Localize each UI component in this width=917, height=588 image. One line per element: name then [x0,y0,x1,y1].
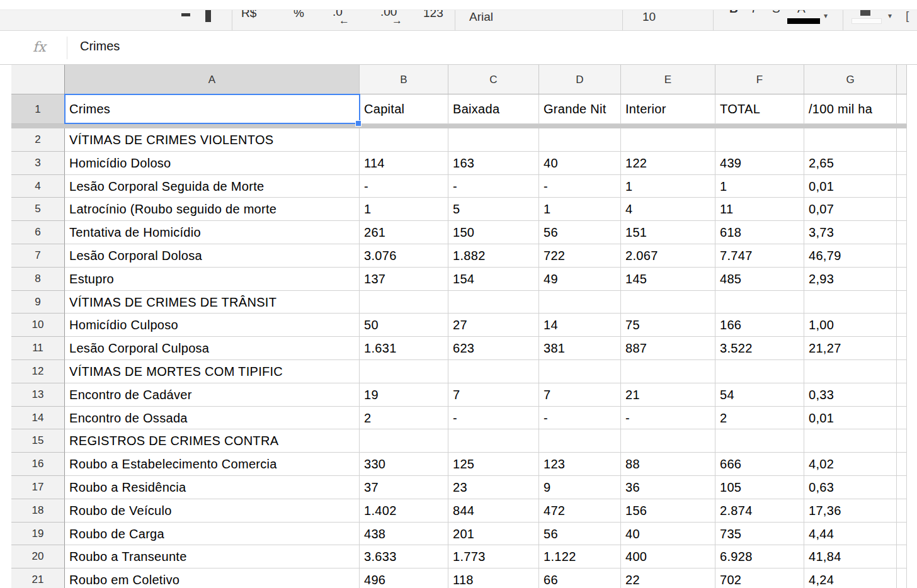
frozen-row-divider[interactable] [11,124,907,128]
cell[interactable]: VÍTIMAS DE MORTES COM TIPIFIC [65,360,360,383]
column-header-d[interactable]: D [539,65,621,94]
cell[interactable] [897,545,907,568]
cell[interactable]: 7.747 [715,244,804,268]
cell[interactable] [897,429,907,453]
number-format-button[interactable]: 123 [423,9,443,20]
row-header-7[interactable]: 7 [11,244,65,268]
cell[interactable]: 11 [715,198,804,221]
cell[interactable]: Latrocínio (Roubo seguido de morte [65,198,360,221]
row-header-9[interactable]: 9 [11,291,65,314]
row-header-13[interactable]: 13 [11,383,65,407]
cell[interactable] [897,268,907,291]
cell[interactable]: 7 [539,383,621,407]
row-header-11[interactable]: 11 [11,337,65,360]
font-size-dropdown[interactable]: 10 [642,10,656,24]
cell[interactable]: 1.773 [448,545,539,568]
cell[interactable]: Estupro [65,268,360,291]
cell[interactable]: 623 [448,337,539,360]
row-header-14[interactable]: 14 [11,407,65,430]
cell[interactable]: 4,02 [804,453,897,476]
column-header-e[interactable]: E [621,65,715,94]
cell[interactable]: REGISTROS DE CRIMES CONTRA [65,429,360,453]
cell[interactable]: 56 [539,523,621,546]
cell[interactable]: Encontro de Cadáver [65,383,360,407]
cell[interactable]: 330 [360,453,448,476]
cell[interactable]: 1 [621,175,715,198]
cell[interactable]: 1 [715,175,804,198]
cell[interactable]: Roubo de Veículo [65,499,360,523]
borders-button[interactable]: [ [906,9,909,23]
cell[interactable]: - [621,407,715,430]
cell[interactable] [360,429,448,453]
cell[interactable] [715,429,804,453]
cell[interactable]: 19 [360,383,448,407]
cell[interactable]: 472 [539,499,621,523]
cell[interactable] [897,476,907,499]
fill-handle[interactable] [355,120,362,127]
cell[interactable]: 118 [448,568,539,588]
cell[interactable]: Tentativa de Homicídio [65,221,360,244]
row-header-1[interactable]: 1 [11,94,65,124]
cell[interactable]: Encontro de Ossada [65,407,360,430]
cell[interactable]: 1.402 [360,499,448,523]
cell[interactable]: 3.522 [715,337,804,360]
cell[interactable]: 27 [448,314,539,337]
cell[interactable]: 7 [448,383,539,407]
cell[interactable] [715,128,804,152]
font-family-dropdown[interactable]: Arial [469,10,493,24]
cell[interactable] [804,128,897,152]
cell[interactable]: 49 [539,268,621,291]
cell[interactable]: 14 [539,314,621,337]
fill-color-icon[interactable] [860,9,870,16]
cell[interactable]: 2,93 [804,268,897,291]
cell[interactable] [621,128,715,152]
cell[interactable]: 125 [448,453,539,476]
cell[interactable]: Lesão Corporal Seguida de Morte [65,175,360,198]
cell[interactable]: 2.067 [621,244,715,268]
cell[interactable]: Homicídio Culposo [65,314,360,337]
cell[interactable]: Grande Nit [539,94,621,124]
cell[interactable]: Capital [360,94,448,124]
cell[interactable]: 36 [621,476,715,499]
row-header-21[interactable]: 21 [11,568,65,588]
row-header-16[interactable]: 16 [11,453,65,476]
cell[interactable]: 40 [539,152,621,175]
cell[interactable] [897,523,907,546]
sheet-corner-box[interactable] [11,65,65,94]
cell[interactable]: 114 [360,152,448,175]
cell[interactable]: 0,33 [804,383,897,407]
cell[interactable] [897,499,907,523]
row-header-17[interactable]: 17 [11,476,65,499]
text-color-button[interactable]: A [797,9,806,16]
cell[interactable]: Lesão Corporal Culposa [65,337,360,360]
cell[interactable] [897,383,907,407]
cell[interactable] [897,175,907,198]
column-header-partial[interactable] [897,65,907,94]
cell[interactable]: 4,44 [804,523,897,546]
cell[interactable]: 54 [715,383,804,407]
cell[interactable]: - [539,407,621,430]
cell[interactable]: VÍTIMAS DE CRIMES DE TRÂNSIT [65,291,360,314]
cell[interactable] [804,429,897,453]
cell[interactable]: 123 [539,453,621,476]
cell[interactable] [621,429,715,453]
cell[interactable]: 41,84 [804,545,897,568]
row-header-4[interactable]: 4 [11,175,65,198]
percent-format-button[interactable]: % [293,9,304,20]
row-header-6[interactable]: 6 [11,221,65,244]
cell[interactable]: 4 [621,198,715,221]
cell[interactable]: 2 [360,407,448,430]
cell[interactable]: 166 [715,314,804,337]
cell[interactable] [897,128,907,152]
cell[interactable] [897,221,907,244]
cell[interactable] [897,453,907,476]
cell[interactable]: 1 [539,198,621,221]
cell[interactable]: Roubo a Estabelecimento Comercia [65,453,360,476]
cell[interactable]: 618 [715,221,804,244]
cell[interactable]: 702 [715,568,804,588]
cell[interactable] [804,360,897,383]
cell[interactable]: 66 [539,568,621,588]
cell[interactable]: 21,27 [804,337,897,360]
bold-button[interactable]: B [729,9,738,16]
cell[interactable] [897,94,907,124]
